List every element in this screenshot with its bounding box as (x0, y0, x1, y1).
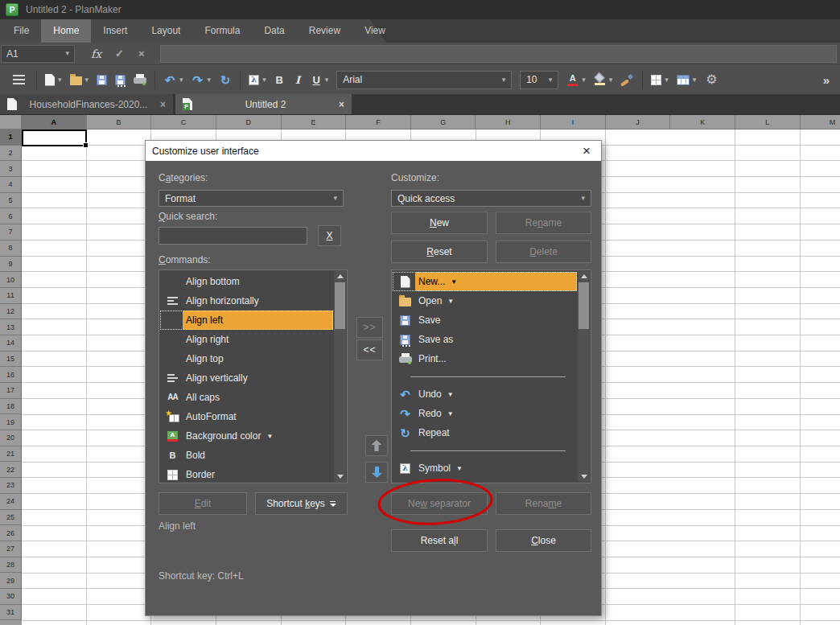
borders-button[interactable]: ▾ (647, 72, 673, 88)
bold-button[interactable]: B (270, 71, 289, 89)
row-header-22[interactable]: 22 (0, 462, 22, 478)
column-header-e[interactable]: E (282, 115, 347, 130)
row-header-8[interactable]: 8 (0, 241, 22, 257)
list-item-background-color[interactable]: ABackground color▼ (160, 426, 333, 446)
close-icon[interactable]: × (160, 99, 166, 110)
add-command-button[interactable]: >> (356, 317, 383, 338)
column-header-h[interactable]: H (476, 115, 541, 130)
close-button[interactable]: Close (496, 529, 591, 552)
list-item-new[interactable]: New...▼ (393, 272, 577, 291)
list-item-align-left[interactable]: Align left (160, 310, 333, 330)
repeat-button[interactable]: ↻ (215, 70, 236, 89)
column-header-i[interactable]: I (541, 115, 606, 130)
save-as-button[interactable] (111, 72, 130, 88)
row-header-11[interactable]: 11 (0, 288, 22, 304)
insert-table-button[interactable]: ▾ (673, 72, 701, 88)
commands-scrollbar[interactable] (334, 271, 346, 482)
highlight-color-button[interactable]: ▾ (590, 71, 617, 89)
row-header-7[interactable]: 7 (0, 224, 22, 241)
row-header-1[interactable]: 1 (0, 130, 22, 146)
select-all-corner[interactable] (0, 115, 22, 130)
row-header-27[interactable]: 27 (0, 541, 22, 557)
column-header-m[interactable]: M (801, 115, 840, 130)
toolbar-overflow-button[interactable]: » (819, 70, 834, 90)
row-header-13[interactable]: 13 (0, 319, 22, 335)
insert-symbol-button[interactable]: λ▾ (245, 72, 270, 88)
row-header-12[interactable]: 12 (0, 304, 22, 320)
scroll-down-button[interactable] (578, 471, 590, 482)
list-item-align-horizontally[interactable]: Align horizontally (160, 291, 333, 310)
rename-item-button[interactable]: Rename (496, 492, 591, 515)
new-separator-button[interactable]: New separator (391, 492, 488, 515)
settings-button[interactable]: ⚙ (700, 69, 723, 90)
menu-review[interactable]: Review (297, 19, 352, 43)
document-tab-2[interactable]: Untitled 2× (175, 94, 352, 114)
redo-button[interactable]: ↷▾ (187, 70, 216, 89)
delete-button[interactable]: Delete (496, 241, 591, 263)
row-header-2[interactable]: 2 (0, 146, 22, 162)
format-painter-button[interactable] (616, 71, 638, 89)
row-header-28[interactable]: 28 (0, 557, 22, 574)
list-item-all-caps[interactable]: AAAll caps (160, 388, 333, 407)
new-button[interactable]: New (391, 212, 488, 234)
row-header-18[interactable]: 18 (0, 399, 22, 415)
list-item-border[interactable]: Border (160, 465, 333, 481)
list-item-align-right[interactable]: Align right (160, 330, 333, 349)
italic-button[interactable]: I (289, 71, 307, 89)
reset-all-button[interactable]: Reset all (391, 529, 488, 552)
menu-toggle-button[interactable] (6, 72, 32, 88)
column-header-b[interactable]: B (87, 115, 152, 130)
target-list[interactable]: New...▼Open▼SaveSave asPrint...↶Undo▼↷Re… (391, 269, 591, 483)
row-header-20[interactable]: 20 (0, 430, 22, 446)
row-header-21[interactable]: 21 (0, 446, 22, 463)
cancel-entry-icon[interactable]: × (138, 47, 145, 60)
new-document-button[interactable]: ▾ (41, 71, 66, 89)
menu-layout[interactable]: Layout (139, 19, 192, 43)
list-item-save[interactable]: Save (393, 310, 577, 330)
categories-select[interactable]: Format ▾ (159, 190, 344, 207)
quick-search-input[interactable] (159, 227, 307, 245)
save-button[interactable] (93, 72, 111, 88)
move-up-button[interactable] (365, 435, 388, 456)
row-header-19[interactable]: 19 (0, 414, 22, 430)
font-color-button[interactable]: A▾ (562, 71, 590, 89)
column-header-c[interactable]: C (151, 115, 216, 130)
row-header-30[interactable]: 30 (0, 589, 22, 605)
confirm-entry-icon[interactable]: ✓ (115, 47, 124, 60)
list-item-align-vertically[interactable]: Align vertically (160, 368, 333, 388)
list-item-align-top[interactable]: Align top (160, 349, 333, 368)
row-header-5[interactable]: 5 (0, 193, 22, 209)
row-header-4[interactable]: 4 (0, 177, 22, 193)
selected-cell-a1[interactable] (22, 130, 87, 146)
row-header-3[interactable]: 3 (0, 161, 22, 177)
cell-reference-box[interactable]: A1 ▾ (1, 45, 75, 63)
column-header-l[interactable]: L (735, 115, 801, 130)
row-header-25[interactable]: 25 (0, 510, 22, 526)
row-header-14[interactable]: 14 (0, 335, 22, 352)
customize-select[interactable]: Quick access ▾ (391, 190, 591, 207)
remove-command-button[interactable]: << (356, 339, 383, 360)
scroll-up-button[interactable] (334, 271, 346, 282)
list-item-save-as[interactable]: Save as (393, 330, 577, 349)
menu-home[interactable]: Home (41, 19, 91, 43)
list-item-open[interactable]: Open▼ (393, 291, 577, 310)
column-header-f[interactable]: F (346, 115, 411, 130)
scroll-up-button[interactable] (578, 271, 590, 282)
list-item-symbol[interactable]: λSymbol▼ (393, 458, 577, 478)
move-down-button[interactable] (365, 462, 388, 483)
list-item-autoformat[interactable]: ★AutoFormat (160, 407, 333, 426)
insert-function-icon[interactable]: fx (91, 47, 101, 60)
column-header-g[interactable]: G (411, 115, 476, 130)
row-header-29[interactable]: 29 (0, 573, 22, 589)
row-header-31[interactable]: 31 (0, 605, 22, 621)
menu-view[interactable]: View (352, 19, 397, 43)
row-header-16[interactable]: 16 (0, 367, 22, 383)
column-header-j[interactable]: J (606, 115, 671, 130)
row-header-24[interactable]: 24 (0, 494, 22, 510)
open-file-button[interactable]: ▾ (66, 71, 93, 88)
underline-button[interactable]: U▾ (307, 71, 333, 89)
rename-toolbar-button[interactable]: Rename (496, 212, 591, 234)
shortcut-keys-button[interactable]: Shortcut keys (255, 492, 348, 515)
row-header-26[interactable]: 26 (0, 525, 22, 541)
row-header-17[interactable]: 17 (0, 383, 22, 399)
